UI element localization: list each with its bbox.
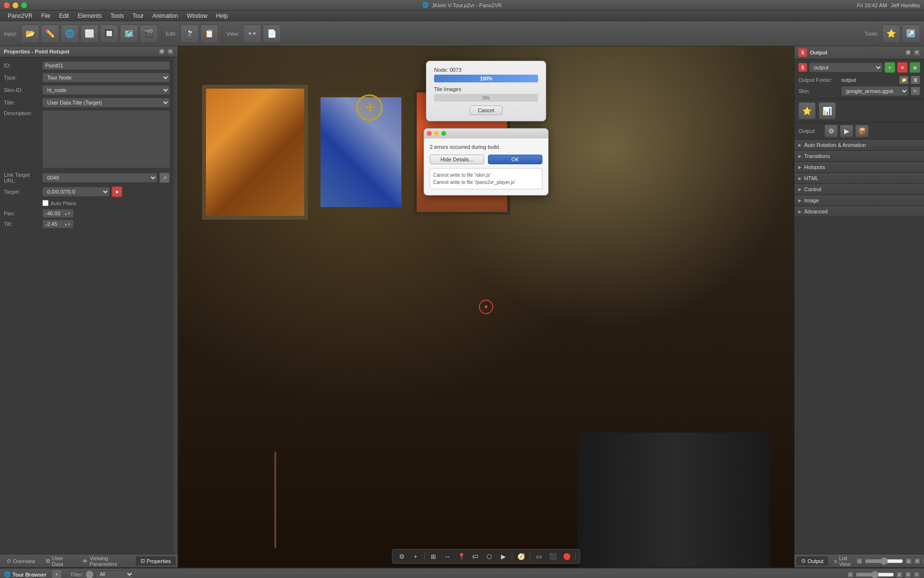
ok-button[interactable]: OK — [488, 155, 542, 164]
tour-browser-add-button[interactable]: + — [51, 569, 62, 578]
tab-user-data[interactable]: ⊞ User Data — [41, 554, 77, 568]
browse-folder-button[interactable]: 📁 — [899, 76, 909, 84]
vp-tag-button[interactable]: 🏷 — [469, 551, 482, 562]
vp-crop-button[interactable]: ⬛ — [547, 551, 559, 562]
star-tool-button[interactable]: ⭐ — [882, 25, 900, 43]
accordion-html-header[interactable]: ▶ HTML — [795, 173, 924, 184]
type-select[interactable]: Tour Node URL — [42, 73, 170, 82]
duplicate-output-button[interactable]: ⊕ — [910, 62, 920, 73]
output-close-button[interactable]: ✕ — [913, 49, 920, 56]
output-export-button[interactable]: 📦 — [855, 125, 869, 137]
vp-move-button[interactable]: ↔ — [441, 551, 454, 562]
menu-pano2vr[interactable]: Pano2VR — [4, 12, 36, 20]
output-settings-icon-button[interactable]: ⚙ — [824, 125, 838, 137]
browser-close-button[interactable]: ✕ — [913, 571, 920, 578]
menu-elements[interactable]: Elements — [74, 12, 105, 20]
tab-viewing-parameters[interactable]: 👁 Viewing Parameters — [77, 554, 135, 568]
panel-close-button[interactable]: ✕ — [167, 48, 174, 55]
link-select[interactable]: 0049 — [42, 173, 157, 183]
accordion-auto-rotation-header[interactable]: ▶ Auto Rotation & Animation — [795, 140, 924, 150]
tab-properties[interactable]: ⊡ Properties — [136, 556, 176, 565]
target-record-button[interactable]: ● — [112, 186, 122, 197]
vp-grid-button[interactable]: ⊞ — [427, 551, 440, 562]
menu-file[interactable]: File — [37, 12, 54, 20]
tilt-spinner[interactable]: ▲▼ — [64, 223, 71, 226]
accordion-transitions-header[interactable]: ▶ Transitions — [795, 151, 924, 161]
tilt-input[interactable]: -2.45 ▲▼ — [42, 220, 74, 228]
title-select[interactable]: User Data Title (Target) — [42, 98, 170, 107]
view-button[interactable]: 👓 — [243, 25, 261, 43]
output-play-button[interactable]: ▶ — [840, 125, 853, 137]
menu-edit[interactable]: Edit — [55, 12, 73, 20]
vp-media-button[interactable]: ▶ — [497, 551, 510, 562]
left-panel-scrollbar[interactable] — [174, 57, 178, 554]
compass-overlay[interactable]: ✛ — [356, 94, 383, 121]
output-settings-button[interactable]: ⚙ — [905, 49, 911, 56]
pan-spinner[interactable]: ▲▼ — [64, 212, 71, 215]
tab-list-view[interactable]: ≡ List View — [829, 554, 855, 568]
skin-id-select[interactable]: ht_node — [42, 85, 170, 95]
binoculars-button[interactable]: 🔭 — [180, 25, 199, 43]
error-maximize-button[interactable] — [441, 131, 446, 136]
thumb-size-decrease-button[interactable]: ⊟ — [847, 571, 854, 578]
cancel-button[interactable]: Cancel — [470, 105, 502, 115]
vp-rect-button[interactable]: ▭ — [533, 551, 545, 562]
description-textarea[interactable] — [42, 110, 170, 168]
maximize-button[interactable] — [21, 2, 27, 8]
clipboard-button[interactable]: 📋 — [200, 25, 218, 43]
remove-output-button[interactable]: ✕ — [897, 62, 908, 73]
skin-star-button[interactable]: ⭐ — [798, 102, 816, 119]
minimize-button[interactable] — [13, 2, 18, 8]
accordion-control-header[interactable]: ▶ Control — [795, 184, 924, 195]
center-viewport[interactable]: ✛ Node: 0073 100% Tile Images 0% — [178, 46, 794, 567]
edit-input-button[interactable]: ✏️ — [41, 25, 59, 43]
edit-skin-button[interactable]: ✏ — [911, 87, 920, 95]
clear-folder-button[interactable]: 🗑 — [911, 76, 920, 84]
panorama-button[interactable]: 🌐 — [61, 25, 79, 43]
filter-circle[interactable] — [86, 571, 93, 578]
vp-color-button[interactable]: 🔴 — [561, 551, 573, 562]
vp-add-button[interactable]: + — [410, 551, 422, 562]
accordion-image-header[interactable]: ▶ Image — [795, 195, 924, 206]
tab-overview[interactable]: ⊙ Overview — [2, 556, 40, 565]
skin-select[interactable]: google_arrows.ggsk — [841, 86, 909, 96]
menu-tour[interactable]: Tour — [128, 12, 147, 20]
thumb-zoom-slider[interactable] — [856, 571, 894, 578]
arrow-tool-button[interactable]: ↗️ — [902, 25, 920, 43]
menu-tools[interactable]: Tools — [106, 12, 128, 20]
id-input[interactable] — [42, 61, 170, 70]
view2-button[interactable]: 📄 — [263, 25, 281, 43]
output-format-select[interactable]: output — [809, 63, 883, 72]
hide-details-button[interactable]: Hide Details... — [430, 155, 484, 164]
skin-chart-button[interactable]: 📊 — [819, 102, 836, 119]
auto-place-checkbox[interactable] — [42, 200, 49, 206]
cube-button[interactable]: ⬜ — [80, 25, 99, 43]
add-output-button[interactable]: + — [885, 62, 895, 73]
right-panel-thumb-button[interactable]: ⊟ — [856, 558, 863, 565]
link-goto-button[interactable]: ↗ — [159, 172, 170, 183]
close-button[interactable] — [4, 2, 10, 8]
vp-compass-button[interactable]: 🧭 — [515, 551, 527, 562]
error-close-button[interactable] — [427, 131, 432, 136]
node-button[interactable]: 🔲 — [100, 25, 118, 43]
map-button[interactable]: 🗺️ — [120, 25, 138, 43]
menu-help[interactable]: Help — [212, 12, 232, 20]
target-select[interactable]: 0.0/0.0/70.0 — [42, 187, 110, 197]
filter-select[interactable]: All — [95, 570, 134, 578]
right-zoom-slider[interactable] — [865, 557, 903, 565]
media-button[interactable]: 🎬 — [140, 25, 158, 43]
error-minimize-button[interactable] — [434, 131, 439, 136]
pan-input[interactable]: -46.03 ▲▼ — [42, 209, 74, 218]
panel-settings-button[interactable]: ⚙ — [158, 48, 165, 55]
right-panel-list-button[interactable]: ⊞ — [905, 558, 912, 565]
accordion-advanced-header[interactable]: ▶ Advanced — [795, 206, 924, 217]
tab-output[interactable]: ⊙ Output — [796, 556, 828, 565]
browser-settings-button[interactable]: ⚙ — [905, 571, 911, 578]
menu-window[interactable]: Window — [183, 12, 211, 20]
accordion-hotspots-header[interactable]: ▶ Hotspots — [795, 162, 924, 172]
vp-settings-button[interactable]: ⚙ — [396, 551, 408, 562]
vp-polygon-button[interactable]: ⬡ — [483, 551, 496, 562]
menu-animation[interactable]: Animation — [149, 12, 182, 20]
add-input-button[interactable]: 📂 — [21, 25, 39, 43]
right-panel-settings-button[interactable]: ⚙ — [914, 558, 921, 565]
